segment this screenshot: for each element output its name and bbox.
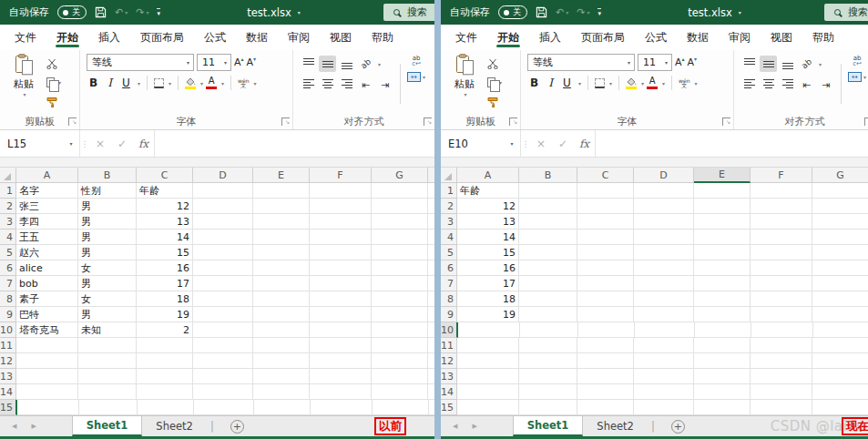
cell-C5[interactable]: 15 [137, 245, 193, 260]
autosave-toggle[interactable]: 关 [57, 5, 87, 19]
formula-input[interactable] [155, 130, 434, 157]
cell-D15[interactable] [634, 400, 694, 415]
cell-E5[interactable] [253, 245, 310, 260]
font-size-combo[interactable]: 11▾ [197, 54, 231, 71]
borders-button[interactable] [154, 78, 164, 88]
row-header-5[interactable]: 5 [441, 245, 457, 260]
font-color-button[interactable]: A [647, 77, 658, 89]
column-header-B[interactable]: B [519, 168, 577, 183]
cell-D10[interactable] [635, 322, 695, 338]
menu-tab-公式[interactable]: 公式 [635, 25, 677, 50]
save-icon[interactable] [95, 6, 107, 18]
autosave-toggle[interactable]: 关 [498, 5, 527, 19]
sheet-tab-Sheet2[interactable]: Sheet2 [142, 416, 207, 436]
cell-F13[interactable] [310, 369, 372, 384]
cell-G8[interactable] [372, 291, 428, 307]
cell-F3[interactable] [751, 214, 812, 230]
column-header-D[interactable]: D [193, 168, 253, 183]
cell-C7[interactable] [577, 276, 634, 291]
cell-B11[interactable] [519, 338, 577, 353]
sheet-tab-Sheet2[interactable]: Sheet2 [583, 416, 648, 436]
row-header-7[interactable]: 7 [441, 276, 457, 291]
fill-color-button[interactable] [185, 77, 196, 89]
cell-B4[interactable] [519, 230, 577, 245]
menu-tab-开始[interactable]: 开始 [487, 25, 529, 50]
sheet-nav-next-icon[interactable]: ▶ [472, 423, 476, 430]
row-header-13[interactable]: 13 [441, 369, 457, 384]
cell-G14[interactable] [372, 384, 428, 400]
cell-E10[interactable] [253, 322, 310, 338]
cell-A1[interactable]: 名字 [16, 183, 78, 199]
cell-F3[interactable] [310, 214, 372, 230]
cell-E8[interactable] [253, 291, 310, 307]
row-header-2[interactable]: 2 [441, 199, 457, 214]
cell-C8[interactable] [577, 291, 634, 307]
cell-A8[interactable]: 素子 [16, 291, 78, 307]
cell-E4[interactable] [253, 230, 310, 245]
merge-center-button[interactable]: ↔▾ [407, 72, 425, 82]
phonetic-guide-button[interactable]: wén文 [238, 78, 249, 87]
cell-G12[interactable] [372, 353, 428, 369]
column-header-F[interactable]: F [751, 168, 812, 183]
cell-B11[interactable] [78, 338, 137, 353]
cell-E8[interactable] [694, 291, 751, 307]
cell-A6[interactable]: 16 [457, 260, 519, 276]
font-name-combo[interactable]: 等线▾ [527, 54, 635, 71]
cell-C14[interactable] [577, 384, 634, 400]
cell-E1[interactable] [253, 183, 310, 199]
cell-A7[interactable]: 17 [457, 276, 519, 291]
cell-F11[interactable] [310, 338, 372, 353]
cell-C13[interactable] [577, 369, 634, 384]
insert-function-button[interactable]: fx [574, 130, 596, 157]
sheet-nav-prev-icon[interactable]: ◀ [12, 423, 16, 430]
cell-F15[interactable] [311, 400, 373, 415]
cell-B15[interactable] [79, 400, 138, 415]
sheet-tab-Sheet1[interactable]: Sheet1 [513, 416, 584, 436]
cell-G3[interactable] [372, 214, 428, 230]
undo-button[interactable]: ↶▾ [115, 6, 128, 18]
decrease-indent-button[interactable]: ⇤ [357, 77, 374, 93]
cell-C9[interactable]: 19 [137, 307, 193, 322]
cell-B8[interactable] [519, 291, 577, 307]
cell-G14[interactable] [812, 384, 868, 400]
bold-button[interactable]: B [527, 75, 541, 91]
align-middle-button[interactable] [319, 56, 336, 72]
cell-C7[interactable]: 17 [137, 276, 193, 291]
cell-D3[interactable] [634, 214, 694, 230]
cell-D15[interactable] [194, 400, 254, 415]
cell-B9[interactable]: 男 [78, 307, 137, 322]
enter-button[interactable]: ✓ [111, 130, 133, 157]
cell-G5[interactable] [372, 245, 428, 260]
cell-D1[interactable] [634, 183, 694, 199]
cell-G6[interactable] [372, 260, 428, 276]
menu-tab-插入[interactable]: 插入 [529, 25, 571, 50]
cell-C5[interactable] [577, 245, 634, 260]
grid[interactable]: ABCDEFG1年龄212313414515616717818919101112… [441, 168, 868, 415]
cell-D2[interactable] [634, 199, 694, 214]
phonetic-guide-button[interactable]: wén文 [679, 78, 689, 87]
cell-D11[interactable] [193, 338, 253, 353]
bold-button[interactable]: B [87, 75, 100, 91]
align-bottom-button[interactable] [338, 56, 355, 72]
cell-A11[interactable] [16, 338, 78, 353]
cell-D6[interactable] [634, 260, 694, 276]
redo-button[interactable]: ↷▾ [136, 6, 148, 18]
cell-A15[interactable] [17, 400, 79, 415]
cell-F6[interactable] [751, 260, 812, 276]
cell-F10[interactable] [751, 322, 813, 338]
row-header-14[interactable]: 14 [0, 384, 16, 400]
cell-B13[interactable] [78, 369, 137, 384]
cell-G1[interactable] [372, 183, 428, 199]
cell-G9[interactable] [372, 307, 428, 322]
cell-G5[interactable] [812, 245, 868, 260]
underline-button[interactable]: U [560, 75, 574, 91]
cell-E2[interactable] [694, 199, 751, 214]
cell-B3[interactable]: 男 [78, 214, 137, 230]
formula-bar-grip[interactable]: ⋮ [80, 130, 89, 157]
menu-tab-数据[interactable]: 数据 [677, 25, 719, 50]
select-all-corner[interactable] [0, 168, 16, 183]
cell-E7[interactable] [694, 276, 751, 291]
row-header-3[interactable]: 3 [441, 214, 457, 230]
cell-C8[interactable]: 18 [137, 291, 193, 307]
row-header-4[interactable]: 4 [0, 230, 16, 245]
